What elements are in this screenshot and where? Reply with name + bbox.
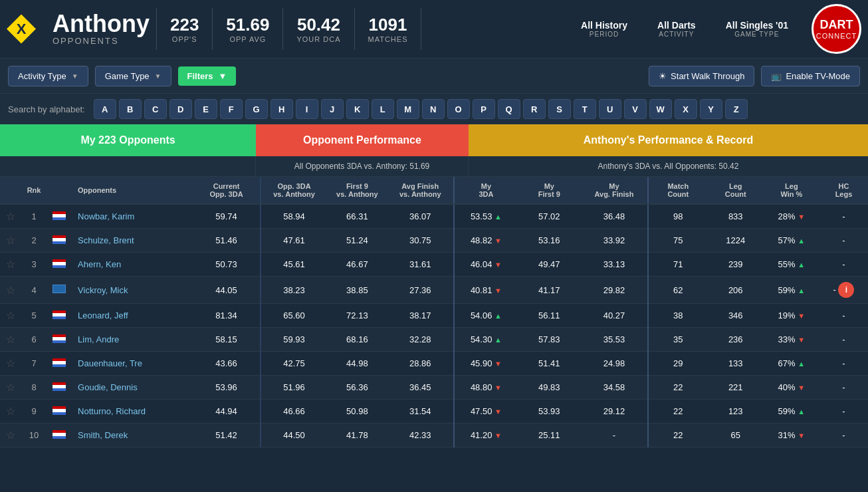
opponent-perf-section-header: Opponent Performance (256, 124, 469, 156)
anthony-perf-section-header: Anthony's Performance & Record (469, 124, 868, 156)
alpha-btn-o[interactable]: O (447, 99, 470, 119)
alpha-btn-z[interactable]: Z (725, 99, 748, 119)
my-first9: 25.11 (518, 424, 581, 447)
alpha-btn-r[interactable]: R (523, 99, 546, 119)
alpha-btn-k[interactable]: K (346, 99, 369, 119)
table-row: ☆ 7 Dauenhauer, Tre 43.66 42.75 44.98 28… (0, 352, 868, 376)
match-count: 22 (648, 424, 708, 447)
hc-legs: - (819, 253, 868, 277)
star-button[interactable]: ☆ (0, 352, 21, 376)
my-3da: 47.50 ▼ (454, 400, 517, 424)
opponent-name[interactable]: Ahern, Ken (74, 253, 193, 277)
alpha-btn-n[interactable]: N (422, 99, 445, 119)
alpha-btn-x[interactable]: X (675, 99, 697, 119)
alpha-btn-i[interactable]: I (296, 99, 318, 119)
th-match-count: MatchCount (648, 177, 708, 204)
match-count: 29 (648, 352, 708, 376)
star-button[interactable]: ☆ (0, 253, 21, 277)
alpha-btn-l[interactable]: L (372, 99, 394, 119)
alpha-btn-a[interactable]: A (94, 99, 116, 119)
opponent-name[interactable]: Goudie, Dennis (74, 376, 193, 400)
info-badge[interactable]: i (838, 282, 854, 298)
first9-vs: 72.13 (328, 304, 387, 328)
trend-up-icon: ▲ (494, 336, 502, 344)
star-button[interactable]: ☆ (0, 229, 21, 253)
nav-all-history[interactable]: All History PERIOD (568, 15, 641, 43)
opponent-name[interactable]: Leonard, Jeff (74, 304, 193, 328)
star-button[interactable]: ☆ (0, 400, 21, 424)
opponent-name[interactable]: Notturno, Richard (74, 400, 193, 424)
star-button[interactable]: ☆ (0, 424, 21, 447)
avg-finish-vs: 31.61 (387, 253, 454, 277)
star-button[interactable]: ☆ (0, 204, 21, 229)
alpha-btn-s[interactable]: S (548, 99, 571, 119)
my-avg-finish: 29.82 (581, 277, 648, 304)
alpha-btn-h[interactable]: H (271, 99, 293, 119)
star-button[interactable]: ☆ (0, 277, 21, 304)
trend-up-icon: ▲ (798, 261, 805, 269)
alpha-btn-d[interactable]: D (169, 99, 192, 119)
game-type-dropdown[interactable]: Game Type ▼ (95, 66, 171, 86)
my-first9: 57.02 (518, 204, 581, 229)
my-3da: 48.80 ▼ (454, 376, 517, 400)
opponents-table: Rnk Opponents CurrentOpp. 3DA Opp. 3DAvs… (0, 177, 868, 447)
avg-finish-vs: 36.07 (387, 204, 454, 229)
leg-win-pct: 19% ▼ (764, 304, 819, 328)
opp-3da-vs: 65.60 (261, 304, 328, 328)
alpha-btn-b[interactable]: B (119, 99, 142, 119)
opponent-name[interactable]: Vickroy, Mick (74, 277, 193, 304)
alpha-btn-j[interactable]: J (321, 99, 344, 119)
filter-label: Filters (187, 71, 213, 81)
trend-down-icon: ▼ (494, 261, 502, 269)
alpha-btn-m[interactable]: M (397, 99, 419, 119)
stat-opp-avg-value: 51.69 (226, 15, 269, 35)
trend-down-icon: ▼ (798, 336, 805, 344)
hc-legs: - (819, 229, 868, 253)
opponent-name[interactable]: Smith, Derek (74, 424, 193, 447)
alpha-btn-w[interactable]: W (649, 99, 672, 119)
nav-game-type[interactable]: All Singles '01 GAME TYPE (712, 15, 802, 43)
my-first9: 53.93 (518, 400, 581, 424)
opponent-name[interactable]: Schulze, Brent (74, 229, 193, 253)
star-button[interactable]: ☆ (0, 328, 21, 352)
filters-button[interactable]: Filters ▼ (178, 66, 237, 86)
opponent-name[interactable]: Nowbar, Karim (74, 204, 193, 229)
opponent-name[interactable]: Lim, Andre (74, 328, 193, 352)
my-first9: 56.11 (518, 304, 581, 328)
opponents-table-container[interactable]: Rnk Opponents CurrentOpp. 3DA Opp. 3DAvs… (0, 177, 868, 447)
avg-finish-vs: 32.28 (387, 328, 454, 352)
toolbar-right: ☀ Start Walk Through 📺 Enable TV-Mode (649, 66, 860, 86)
alpha-btn-q[interactable]: Q (498, 99, 520, 119)
sun-icon: ☀ (659, 71, 667, 81)
flag-cell (47, 253, 74, 277)
alpha-btn-e[interactable]: E (195, 99, 217, 119)
th-current-opp-3da: CurrentOpp. 3DA (193, 177, 261, 204)
walk-through-button[interactable]: ☀ Start Walk Through (649, 66, 754, 86)
star-button[interactable]: ☆ (0, 376, 21, 400)
brand-dart: DART (820, 18, 853, 32)
player-name: Anthony (53, 12, 150, 36)
alpha-btn-v[interactable]: V (624, 99, 647, 119)
th-my-first9: MyFirst 9 (518, 177, 581, 204)
alpha-btn-g[interactable]: G (245, 99, 268, 119)
current-opp-3da: 43.66 (193, 352, 261, 376)
first9-vs: 68.16 (328, 328, 387, 352)
nav-all-darts[interactable]: All Darts ACTIVITY (644, 15, 709, 43)
table-row: ☆ 2 Schulze, Brent 51.46 47.61 51.24 30.… (0, 229, 868, 253)
alpha-btn-f[interactable]: F (220, 99, 243, 119)
alpha-btn-t[interactable]: T (574, 99, 596, 119)
opponent-name[interactable]: Dauenhauer, Tre (74, 352, 193, 376)
stat-matches-label: MATCHES (368, 35, 408, 43)
alpha-btn-c[interactable]: C (144, 99, 167, 119)
rank-cell: 9 (21, 400, 47, 424)
match-count: 38 (648, 304, 708, 328)
tv-mode-button[interactable]: 📺 Enable TV-Mode (761, 66, 860, 86)
activity-type-dropdown[interactable]: Activity Type ▼ (8, 66, 88, 86)
alpha-btn-p[interactable]: P (473, 99, 495, 119)
my-avg-finish: 33.13 (581, 253, 648, 277)
alpha-btn-y[interactable]: Y (700, 99, 722, 119)
alpha-btn-u[interactable]: U (599, 99, 621, 119)
current-opp-3da: 50.73 (193, 253, 261, 277)
opp-3da-vs: 47.61 (261, 229, 328, 253)
star-button[interactable]: ☆ (0, 304, 21, 328)
